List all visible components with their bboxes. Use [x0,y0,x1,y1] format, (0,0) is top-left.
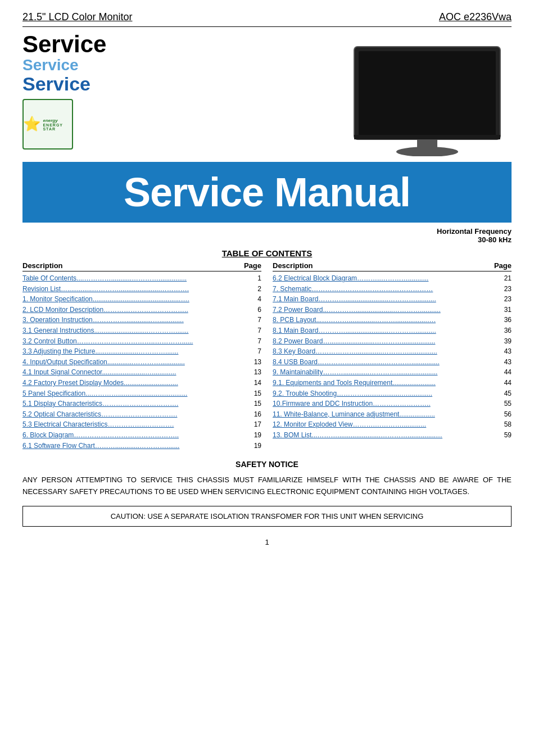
toc-item-link[interactable]: 8.2 Power Board…........................… [273,336,500,347]
energy-star-badge: ⭐ energy ENERGY STAR [22,99,73,150]
toc-item-page: 16 [250,409,261,420]
svg-point-6 [396,147,458,156]
toc-item-link[interactable]: 3.1 General Instructions................… [22,325,250,336]
list-item: 8.4 USB Board………………..............…………...… [273,357,512,368]
list-item: 4.2 Factory Preset Display Modes........… [22,378,261,388]
service-manual-banner: Service Manual [22,162,512,223]
safety-title: SAFETY NOTICE [22,460,512,469]
caution-box: CAUTION: USE A SEPARATE ISOLATION TRANSF… [22,506,512,527]
toc-item-link[interactable]: 13. BOM List...………......................… [273,430,500,441]
frequency-label: Horizontal Frequency [22,227,512,236]
toc-item-page: 39 [500,336,512,347]
toc-item-link[interactable]: 8.1 Main Board…………......................… [273,325,500,336]
toc-item-page: 2 [250,284,261,295]
svg-text:⭐: ⭐ [24,115,40,133]
list-item: 7.2 Power Board...…………..................… [273,305,512,315]
list-item: 8.1 Main Board…………......................… [273,325,512,336]
toc-item-link[interactable]: 5 Panel Specification...…………............… [22,388,250,399]
toc-item-page: 23 [500,294,512,305]
list-item: 12. Monitor Exploded View……….………….......… [273,419,512,430]
toc-item-link[interactable]: 4.2 Factory Preset Display Modes........… [22,378,250,388]
list-item: Table Of Contents....…………...........…………… [22,273,261,284]
list-item: 9.2. Trouble Shooting…………...............… [273,388,512,399]
toc-item-link[interactable]: 4. Input/Output Specification...........… [22,357,250,368]
toc-item-link[interactable]: 2. LCD Monitor Description……………………………….. [22,305,250,315]
toc-item-link[interactable]: 5.2 Optical Characteristics……………………………. [22,409,250,420]
toc-item-link[interactable]: 7.2 Power Board...…………..................… [273,305,500,315]
toc-item-link[interactable]: 7.1 Main Board…………......................… [273,294,500,305]
frequency-value: 30-80 kHz [22,236,512,244]
toc-item-link[interactable]: 5.3 Electrical Characteristics……………..………… [22,419,250,430]
service-label-bold: Service [22,74,106,93]
toc-item-link[interactable]: 4.1 Input Signal Connector..............… [22,367,250,378]
toc-item-page: 56 [500,409,512,420]
toc-item-page: 43 [500,357,512,368]
toc-item-link[interactable]: 1. Monitor Specification................… [22,294,250,305]
toc-item-page: 1 [250,273,261,284]
svg-rect-2 [359,51,496,135]
toc-item-link[interactable]: 8.4 USB Board………………..............…………...… [273,357,500,368]
list-item: 9. Maintainability………..............………….… [273,367,512,378]
toc-item-link[interactable]: 11. White-Balance, Luminance adjustment.… [273,409,500,420]
toc-item-link[interactable]: 7. Schematic……………………………………………… [273,284,500,295]
toc-item-page: 21 [500,273,512,284]
list-item: 5.2 Optical Characteristics…………………………….1… [22,409,261,420]
list-item: 7. Schematic……………………………………………… 23 [273,284,512,295]
toc-item-link[interactable]: Revision List….............………….........… [22,284,250,295]
list-item: 5.3 Electrical Characteristics……………..………… [22,419,261,430]
toc-item-link[interactable]: 3.3 Adjusting the Picture...............… [22,346,250,357]
toc-item-link[interactable]: 8.3 Key Board………………..............…………...… [273,346,500,357]
list-item: 5.1 Display Characteristics…………………………….1… [22,399,261,409]
header-right: AOC e2236Vwa [439,11,512,23]
list-item: 8.2 Power Board…........................… [273,336,512,347]
list-item: 5 Panel Specification...…………............… [22,388,261,399]
toc-col2-items: 6.2 Electrical Block Diagram………..…………...… [273,273,512,441]
toc-item-link[interactable]: 8. PCB Layout...…………..............………...… [273,315,500,325]
toc-item-page: 58 [500,419,512,430]
monitor-svg: AOC [349,44,506,156]
list-item: Revision List….............………….........… [22,284,261,295]
toc-item-link[interactable]: 5.1 Display Characteristics……………………………. [22,399,250,409]
service-label-black: Service [22,33,106,56]
toc-item-link[interactable]: 6. Block Diagram……………………………………….. [22,430,250,441]
toc-item-link[interactable]: 3. Operation Instruction……………...........… [22,315,250,325]
list-item: 2. LCD Monitor Description………………………………..… [22,305,261,315]
toc-item-page: 6 [250,305,261,315]
toc-item-page: 7 [250,336,261,347]
header: 21.5" LCD Color Monitor AOC e2236Vwa [22,11,512,27]
monitor-image: AOC [343,33,512,156]
toc-item-page: 13 [250,367,261,378]
list-item: 8. PCB Layout...…………..............………...… [273,315,512,325]
toc-item-page: 59 [500,430,512,441]
page-number: 1 [22,538,512,546]
toc-item-link[interactable]: 9. Maintainability………..............………….… [273,367,500,378]
toc-item-link[interactable]: Table Of Contents....…………...........…………… [22,273,250,284]
list-item: 4.1 Input Signal Connector..............… [22,367,261,378]
toc-item-page: 4 [250,294,261,305]
list-item: 8.3 Key Board………………..............…………...… [273,346,512,357]
list-item: 3. Operation Instruction……………...........… [22,315,261,325]
list-item: 6.1 Software Flow Chart……….............…… [22,441,261,451]
toc-item-link[interactable]: 9.2. Trouble Shooting…………...............… [273,388,500,399]
toc-item-page: 15 [250,388,261,399]
list-item: 9.1. Equipments and Tools Requirement...… [273,378,512,388]
toc-item-link[interactable]: 6.2 Electrical Block Diagram………..…………...… [273,273,500,284]
toc-col2-header-page: Page [494,261,512,270]
toc-item-page: 13 [250,357,261,368]
list-item: 10.Firmware and DDC Instruction…………………….… [273,399,512,409]
toc-item-link[interactable]: 9.1. Equipments and Tools Requirement...… [273,378,500,388]
toc-item-page: 15 [250,399,261,409]
toc-item-link[interactable]: 3.2 Control Button……………………………..………….....… [22,336,250,347]
toc-container: Description Page Table Of Contents....……… [22,261,512,451]
frequency-section: Horizontal Frequency 30-80 kHz [22,227,512,244]
list-item: 3.3 Adjusting the Picture...............… [22,346,261,357]
toc-item-page: 23 [500,284,512,295]
list-item: 6.2 Electrical Block Diagram………..…………...… [273,273,512,284]
svg-rect-7 [354,135,500,139]
header-left: 21.5" LCD Color Monitor [22,11,132,23]
toc-item-link[interactable]: 12. Monitor Exploded View……….………….......… [273,419,500,430]
toc-item-link[interactable]: 6.1 Software Flow Chart……….............…… [22,441,250,451]
toc-item-link[interactable]: 10.Firmware and DDC Instruction…………………….… [273,399,500,409]
toc-item-page: 14 [250,378,261,388]
toc-item-page: 44 [500,367,512,378]
